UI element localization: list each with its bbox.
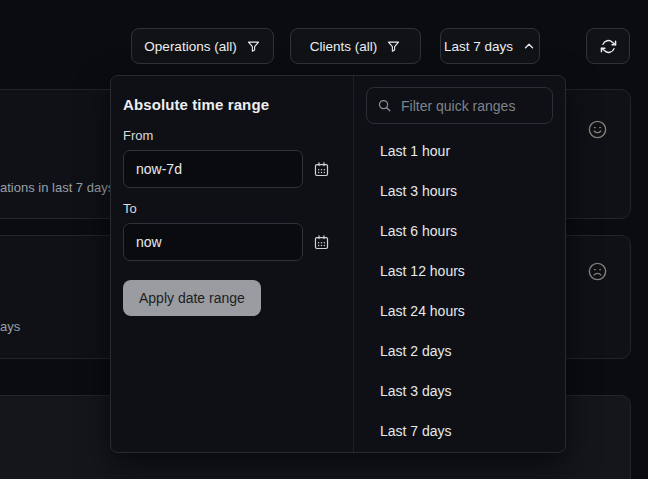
quick-range-option-last-1-hour[interactable]: Last 1 hour <box>366 131 553 171</box>
quick-range-option-last-6-hours[interactable]: Last 6 hours <box>366 211 553 251</box>
time-range-dropdown-button[interactable]: Last 7 days <box>440 28 540 64</box>
sad-face-icon <box>587 261 608 282</box>
card-subtitle-partial: ays <box>0 319 20 334</box>
quick-range-option-last-3-hours[interactable]: Last 3 hours <box>366 171 553 211</box>
clients-filter-label: Clients (all) <box>310 39 378 54</box>
from-label: From <box>123 128 341 143</box>
absolute-time-range-section: Absolute time range From <box>111 76 354 452</box>
chevron-up-icon <box>522 39 536 53</box>
from-input[interactable] <box>123 150 303 188</box>
absolute-range-title: Absolute time range <box>123 96 341 113</box>
quick-range-search <box>366 87 553 124</box>
happy-face-icon <box>587 119 608 140</box>
operations-filter-label: Operations (all) <box>144 39 236 54</box>
card-subtitle-partial: ations in last 7 days <box>0 180 114 195</box>
refresh-icon <box>600 38 617 55</box>
to-calendar-button[interactable] <box>313 234 330 251</box>
calendar-icon <box>313 161 330 178</box>
quick-range-option-last-24-hours[interactable]: Last 24 hours <box>366 291 553 331</box>
refresh-button[interactable] <box>586 28 630 64</box>
clients-filter-button[interactable]: Clients (all) <box>290 28 421 64</box>
calendar-icon <box>313 234 330 251</box>
operations-filter-button[interactable]: Operations (all) <box>131 28 274 64</box>
quick-range-list: Last 1 hour Last 3 hours Last 6 hours La… <box>366 131 553 451</box>
time-range-picker-popover: Absolute time range From <box>110 75 566 453</box>
apply-date-range-button[interactable]: Apply date range <box>123 280 261 316</box>
from-calendar-button[interactable] <box>313 161 330 178</box>
filter-quick-ranges-input[interactable] <box>366 87 553 124</box>
time-range-label: Last 7 days <box>444 39 513 54</box>
funnel-icon <box>246 39 261 54</box>
quick-range-option-last-2-days[interactable]: Last 2 days <box>366 331 553 371</box>
to-input[interactable] <box>123 223 303 261</box>
quick-range-option-last-3-days[interactable]: Last 3 days <box>366 371 553 411</box>
quick-range-option-last-7-days[interactable]: Last 7 days <box>366 411 553 451</box>
funnel-icon <box>386 39 401 54</box>
quick-ranges-section: Last 1 hour Last 3 hours Last 6 hours La… <box>354 76 565 452</box>
to-label: To <box>123 201 341 216</box>
dashboard-page: { "colors": { "page_bg": "#0a0c10", "pan… <box>0 0 648 479</box>
quick-range-option-last-12-hours[interactable]: Last 12 hours <box>366 251 553 291</box>
